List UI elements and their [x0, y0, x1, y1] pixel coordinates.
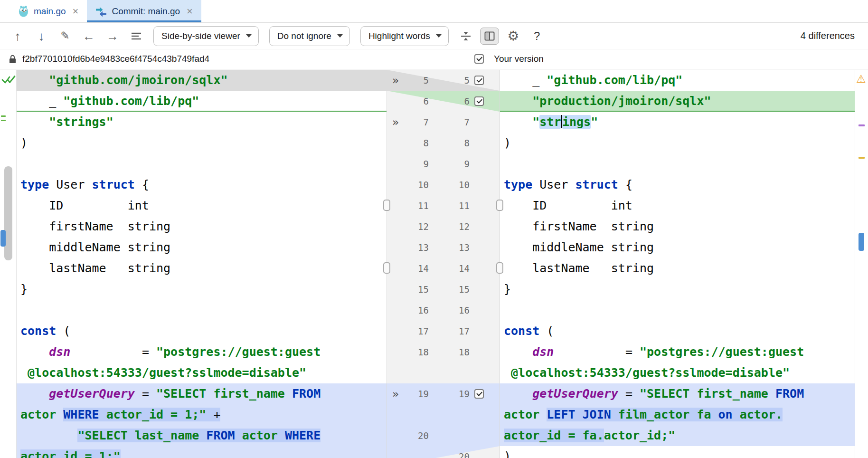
code-line-left[interactable]: _ "github.com/lib/pq" [17, 91, 387, 112]
code-line-left[interactable]: @localhost:54333/guest?sslmode=disable" [17, 363, 387, 383]
code-line-left[interactable]: type User struct { [17, 174, 387, 195]
code-token: getUserQuery [49, 387, 135, 401]
inspection-warning-icon[interactable]: ⚠ [856, 74, 866, 85]
code-line-right[interactable]: const ( [500, 321, 855, 342]
diff-gutter: 1717 [387, 321, 500, 342]
checkbox-slot [470, 91, 489, 112]
fold-marker[interactable] [496, 200, 503, 211]
code-line-right[interactable]: "strings" [500, 112, 855, 133]
code-token: } [20, 282, 28, 296]
diff-gutter: 20 [387, 425, 500, 446]
diff-gutter: »77 [387, 112, 500, 133]
code-line-right[interactable] [500, 153, 855, 174]
code-token: FROM [292, 387, 321, 401]
code-line-right[interactable]: dsn = "postgres://guest:guest [500, 342, 855, 363]
fold-marker[interactable] [383, 262, 390, 274]
code-line-right[interactable]: ) [500, 446, 855, 458]
code-line-left[interactable]: middleName string [17, 237, 387, 258]
checkbox-slot [470, 404, 489, 425]
code-line-right[interactable]: } [500, 279, 855, 300]
code-token: FROM [206, 429, 235, 442]
tab-main-go[interactable]: main.go × [9, 0, 87, 22]
code-line-right[interactable]: @localhost:54333/guest?sslmode=disable" [500, 363, 855, 383]
code-line-left[interactable]: getUserQuery = "SELECT first_name FROM [17, 383, 387, 404]
code-token: " [532, 115, 539, 129]
collapse-unchanged-icon[interactable] [455, 27, 477, 46]
checkbox-slot [470, 363, 489, 383]
code-line-left[interactable]: lastName string [17, 258, 387, 279]
code-token [20, 387, 49, 401]
diff-row: type User struct {1010type User struct { [17, 174, 855, 195]
code-line-right[interactable]: actor LEFT JOIN film_actor fa on actor. [500, 404, 855, 425]
fold-marker[interactable] [496, 262, 503, 274]
code-token: ( [56, 324, 70, 338]
differences-count: 4 differences [801, 30, 855, 41]
line-number-right: 6 [429, 91, 470, 112]
code-line-left[interactable]: ID int [17, 195, 387, 216]
code-line-left[interactable]: ) [17, 133, 387, 153]
code-line-right[interactable]: firstName string [500, 216, 855, 237]
compare-next-file-icon[interactable]: → [102, 27, 123, 46]
whitespace-policy-dropdown[interactable]: Do not ignore [269, 26, 350, 46]
change-marker-yellow [859, 157, 865, 159]
code-token: @localhost:54333/guest?sslmode=disable" [20, 366, 306, 380]
include-line-checkbox[interactable] [474, 389, 484, 399]
line-number-right: 15 [429, 279, 470, 300]
code-line-right[interactable] [500, 300, 855, 321]
next-difference-icon[interactable]: ↓ [30, 27, 52, 46]
fold-marker[interactable] [383, 200, 390, 211]
scrollbar-thumb[interactable] [4, 166, 12, 260]
code-line-left[interactable]: "SELECT last_name FROM actor WHERE [17, 425, 387, 446]
highlight-mode-dropdown[interactable]: Highlight words [360, 26, 449, 46]
code-token: "SELECT first_name [640, 387, 775, 401]
code-line-left[interactable] [17, 300, 387, 321]
compare-previous-file-icon[interactable]: ← [78, 27, 100, 46]
code-line-right[interactable]: actor_id = fa.actor_id;" [500, 425, 855, 446]
diff-row: actor WHERE actor_id = 1;" +actor LEFT J… [17, 404, 855, 425]
close-tab-icon[interactable]: × [73, 6, 79, 17]
line-number-right: 13 [429, 237, 470, 258]
settings-gear-icon[interactable]: ⚙ [502, 27, 524, 46]
right-scrollbar-strip[interactable]: ⚠ [855, 70, 868, 458]
code-token: ings [562, 115, 591, 129]
changed-files-list-icon[interactable] [125, 27, 147, 46]
code-line-right[interactable]: _ "github.com/lib/pq" [500, 70, 855, 91]
code-line-left[interactable]: } [17, 279, 387, 300]
code-line-left[interactable]: actor_id = 1;" [17, 446, 387, 458]
code-line-right[interactable]: lastName string [500, 258, 855, 279]
code-line-right[interactable]: getUserQuery = "SELECT first_name FROM [500, 383, 855, 404]
viewer-mode-dropdown[interactable]: Side-by-side viewer [153, 26, 259, 46]
code-token [20, 429, 77, 442]
close-tab-icon[interactable]: × [187, 6, 193, 17]
code-line-left[interactable]: dsn = "postgres://guest:guest [17, 342, 387, 363]
sync-columns-icon[interactable] [479, 27, 500, 46]
code-line-right[interactable]: "production/jmoiron/sqlx" [500, 91, 855, 112]
apply-change-chevron-icon[interactable]: » [387, 70, 404, 91]
code-line-left[interactable]: "github.com/jmoiron/sqlx" [17, 70, 387, 91]
code-line-left[interactable]: firstName string [17, 216, 387, 237]
edit-source-icon[interactable]: ✎ [54, 27, 76, 46]
code-line-right[interactable]: middleName string [500, 237, 855, 258]
left-scrollbar-strip[interactable] [0, 70, 17, 458]
code-line-left[interactable]: "strings" [17, 112, 387, 133]
checkbox-slot [470, 258, 489, 279]
previous-difference-icon[interactable]: ↑ [7, 27, 28, 46]
help-icon[interactable]: ? [526, 27, 548, 46]
code-token: LEFT JOIN [547, 408, 611, 421]
code-line-left[interactable]: const ( [17, 321, 387, 342]
include-line-checkbox[interactable] [474, 76, 484, 85]
apply-change-chevron-icon[interactable]: » [387, 383, 404, 404]
diff-row: )88) [17, 133, 855, 153]
scrollbar-thumb[interactable] [859, 233, 864, 251]
code-line-left[interactable] [17, 153, 387, 174]
code-line-left[interactable]: actor WHERE actor_id = 1;" + [17, 404, 387, 425]
code-token: "SELECT last_name [77, 429, 206, 442]
code-token: ID int [504, 199, 632, 212]
code-line-right[interactable]: ) [500, 133, 855, 153]
tab-commit-main-go[interactable]: Commit: main.go × [87, 0, 201, 22]
apply-change-chevron-icon[interactable]: » [387, 112, 404, 133]
code-line-right[interactable]: ID int [500, 195, 855, 216]
include-version-checkbox[interactable] [474, 54, 484, 64]
include-line-checkbox[interactable] [474, 96, 484, 106]
code-line-right[interactable]: type User struct { [500, 174, 855, 195]
